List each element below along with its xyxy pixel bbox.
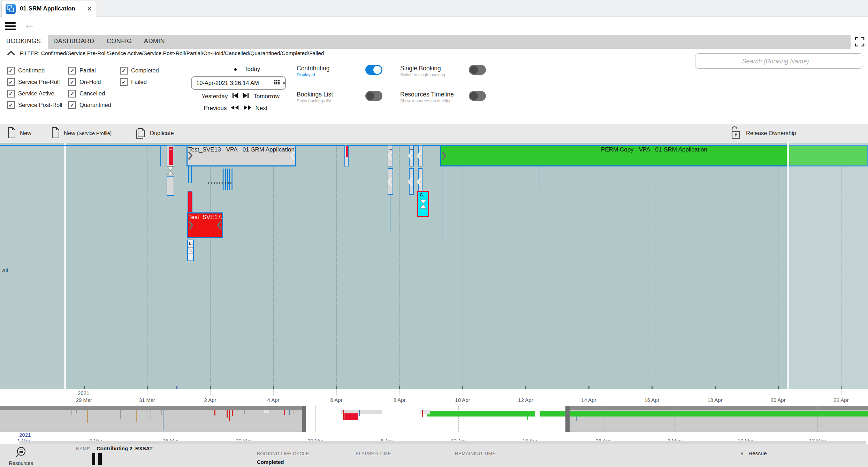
fast-forward-icon[interactable] bbox=[243, 105, 252, 112]
skip-back-icon[interactable] bbox=[232, 92, 238, 100]
rewind-icon[interactable] bbox=[230, 105, 239, 112]
single-booking-switch[interactable] bbox=[469, 65, 486, 75]
back-icon[interactable]: ← bbox=[24, 18, 35, 31]
rescue-button[interactable]: R Rescue bbox=[740, 450, 767, 457]
chevron-down-icon[interactable]: ▼ bbox=[282, 81, 286, 85]
tomorrow-button[interactable]: Tomorrow bbox=[253, 93, 280, 100]
filter-checkbox-partial[interactable]: ✓Partial bbox=[68, 65, 111, 76]
axis-tick-mark bbox=[841, 389, 842, 395]
tab-dashboard[interactable]: DASHBOARD bbox=[53, 38, 94, 45]
horizontal-scroll-strip bbox=[0, 441, 868, 444]
filter-checkbox-confirmed[interactable]: ✓Confirmed bbox=[7, 65, 62, 76]
booking-bar-[interactable]: ... bbox=[409, 145, 414, 166]
booking-bar[interactable] bbox=[418, 145, 422, 166]
overview-gridline bbox=[96, 406, 96, 432]
overview-gridline bbox=[24, 406, 24, 432]
overview-viewport-handle-right[interactable] bbox=[565, 406, 570, 432]
booking-label: Test_SVE13 - VPA - 01-SRM Application bbox=[188, 146, 295, 153]
filter-checkbox-quarantined[interactable]: ✓Quarantined bbox=[68, 99, 111, 111]
booking-bar-t[interactable]: T... bbox=[187, 240, 194, 261]
skip-forward-icon[interactable] bbox=[243, 92, 249, 100]
app-tab[interactable]: 01-SRM Application × bbox=[1, 1, 97, 17]
close-icon[interactable]: × bbox=[87, 4, 92, 14]
overview-booking-mark bbox=[344, 413, 358, 420]
release-ownership-button[interactable]: Release Ownership bbox=[730, 124, 796, 143]
booking-bar-[interactable]: ... bbox=[167, 145, 174, 166]
toggle-bookings-list: Bookings ListShow bookings list bbox=[297, 91, 383, 108]
overview-gridline bbox=[458, 406, 459, 432]
filter-checkbox-completed[interactable]: ✓Completed bbox=[120, 65, 159, 76]
datetime-input[interactable] bbox=[192, 79, 274, 87]
checkbox-check-icon[interactable]: ✓ bbox=[7, 90, 15, 98]
filter-checkbox-column-1: ✓Confirmed✓Service Pre-Roll✓Service Acti… bbox=[7, 65, 62, 111]
duplicate-button[interactable]: Duplicate bbox=[135, 124, 174, 143]
overview-booking-mark bbox=[136, 410, 137, 422]
next-button[interactable]: Next bbox=[256, 105, 268, 112]
previous-button[interactable]: Previous bbox=[204, 105, 227, 112]
axis-tick-mark bbox=[399, 389, 400, 395]
overview-gridline bbox=[603, 406, 603, 432]
bullet-icon bbox=[234, 68, 237, 71]
overview-booking-mark bbox=[214, 410, 215, 415]
booking-bar-[interactable]: ... bbox=[388, 145, 393, 166]
booking-bar-test-sve13-vpa-01-srm-application[interactable]: Test_SVE13 - VPA - 01-SRM Application bbox=[186, 145, 296, 166]
booking-bar[interactable] bbox=[409, 168, 414, 195]
checkbox-check-icon[interactable]: ✓ bbox=[120, 78, 128, 86]
pause-icon[interactable] bbox=[92, 453, 102, 465]
booking-search-box bbox=[695, 53, 863, 69]
booking-bar[interactable] bbox=[167, 176, 174, 196]
filter-checkbox-service-post-roll[interactable]: ✓Service Post-Roll bbox=[7, 99, 62, 111]
filter-checkbox-service-pre-roll[interactable]: ✓Service Pre-Roll bbox=[7, 76, 62, 88]
tab-bookings[interactable]: BOOKINGS bbox=[6, 38, 41, 45]
checkbox-check-icon[interactable]: ✓ bbox=[68, 90, 76, 98]
resources-list-icon bbox=[15, 454, 27, 460]
tab-config[interactable]: CONFIG bbox=[107, 38, 132, 45]
checkbox-check-icon[interactable]: ✓ bbox=[7, 78, 15, 86]
booking-connector-line bbox=[188, 166, 189, 183]
contributing-switch[interactable] bbox=[365, 65, 382, 75]
tab-admin[interactable]: ADMIN bbox=[144, 38, 165, 45]
axis-date-label: 20 Apr bbox=[770, 397, 785, 403]
collapse-chevron-up-icon[interactable] bbox=[7, 50, 15, 57]
timeline-right-shaded-region bbox=[789, 143, 868, 389]
bookings-list-switch[interactable] bbox=[365, 91, 382, 101]
checkbox-check-icon[interactable]: ✓ bbox=[68, 101, 76, 109]
menu-icon[interactable] bbox=[5, 22, 16, 30]
timeline-overview-band[interactable] bbox=[0, 406, 868, 432]
fullscreen-icon[interactable] bbox=[855, 37, 865, 48]
checkbox-check-icon[interactable]: ✓ bbox=[7, 101, 15, 109]
booking-label: C... bbox=[418, 192, 428, 197]
booking-bar-c[interactable]: C... bbox=[417, 191, 429, 217]
checkbox-label: Failed bbox=[131, 79, 147, 85]
checkbox-check-icon[interactable]: ✓ bbox=[120, 67, 128, 75]
booking-bar-test-sve17[interactable]: Test_SVE17... bbox=[187, 212, 223, 238]
booking-bar[interactable] bbox=[188, 191, 192, 212]
search-input[interactable] bbox=[695, 54, 864, 69]
axis-date-label: 8 Apr bbox=[393, 397, 405, 403]
nav-tabs-background bbox=[48, 35, 851, 49]
booking-bar[interactable] bbox=[388, 168, 393, 195]
resources-button[interactable]: Resources bbox=[3, 447, 38, 466]
overview-booking-mark bbox=[422, 410, 423, 417]
booking-bar[interactable] bbox=[344, 145, 349, 166]
new-button[interactable]: New bbox=[8, 124, 31, 143]
filter-checkbox-service-active[interactable]: ✓Service Active bbox=[7, 88, 62, 99]
today-button[interactable]: Today bbox=[234, 66, 260, 73]
new-service-profile-button[interactable]: New (Service Profile) bbox=[52, 124, 112, 143]
calendar-icon[interactable] bbox=[274, 79, 280, 87]
checkbox-check-icon[interactable]: ✓ bbox=[7, 67, 15, 75]
filter-checkbox-cancelled[interactable]: ✓Cancelled bbox=[68, 88, 111, 99]
overview-viewport-handle-left[interactable] bbox=[302, 406, 306, 432]
horizontal-scrollbar[interactable] bbox=[19, 441, 866, 444]
filter-checkbox-on-hold[interactable]: ✓On-Hold bbox=[68, 76, 111, 88]
resources-timeline-switch[interactable] bbox=[469, 91, 486, 101]
checkbox-check-icon[interactable]: ✓ bbox=[68, 67, 76, 75]
checkbox-check-icon[interactable]: ✓ bbox=[68, 78, 76, 86]
filter-checkbox-failed[interactable]: ✓Failed bbox=[120, 76, 159, 88]
overview-green-bar-gap bbox=[535, 411, 540, 417]
yesterday-button[interactable]: Yesterday bbox=[201, 93, 228, 100]
overview-booking-mark bbox=[87, 410, 88, 423]
booking-name-value: Contributing 2_RXSAT bbox=[97, 445, 153, 451]
chevron-left-icon bbox=[408, 177, 413, 186]
bookings-timeline[interactable]: All ...Test_SVE13 - VPA - 01-SRM Applica… bbox=[0, 143, 868, 389]
